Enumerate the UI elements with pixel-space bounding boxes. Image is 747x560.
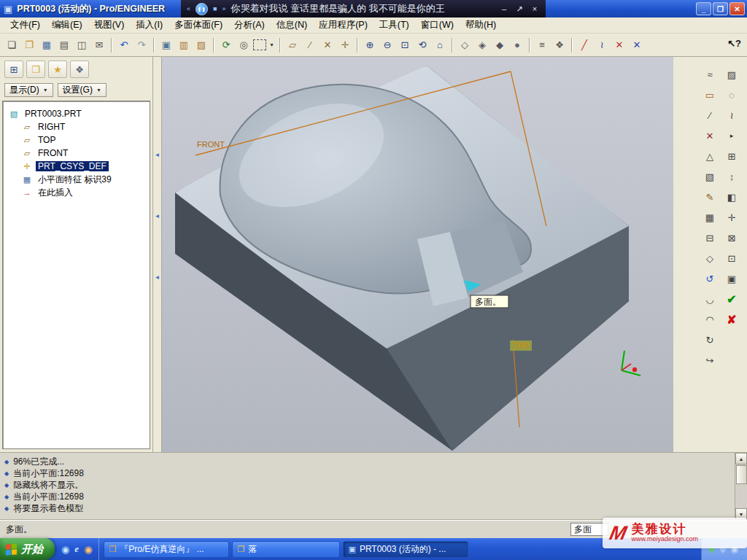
axis-cross-icon[interactable]: ✛	[722, 207, 741, 228]
ie-icon[interactable]: e	[74, 543, 79, 555]
tree-item[interactable]: ✛ PRT_CSYS_DEF	[3, 160, 150, 173]
spline-style-icon[interactable]: ≀	[594, 37, 610, 53]
curve-fit-icon[interactable]: ◡	[700, 289, 719, 309]
model-tree-tab-icon[interactable]: ⊞	[4, 61, 23, 78]
datum-axis-toggle-icon[interactable]: ∕	[302, 37, 318, 53]
arrow-down-icon[interactable]: ▾	[268, 37, 276, 53]
menu-item[interactable]: 视图(V)	[88, 18, 131, 33]
zoom-in-icon[interactable]: ⊕	[362, 37, 378, 53]
graphics-area[interactable]: FRONT TOP 多面。	[162, 57, 673, 452]
curve-rev-icon[interactable]: ◠	[700, 309, 719, 330]
erase-display-icon[interactable]: ◫	[74, 37, 90, 53]
save-file-icon[interactable]: ▦	[39, 37, 55, 53]
rect-region-icon[interactable]: ▭	[700, 85, 719, 105]
player-prev-icon[interactable]: «	[187, 5, 190, 12]
spline-tool-icon[interactable]: ≀	[722, 105, 741, 125]
task-button[interactable]: ❒ 『Pro/E仿真逆向』 ...	[104, 541, 229, 558]
repaint-icon[interactable]: ⟲	[414, 37, 430, 53]
player-close-icon[interactable]: ×	[530, 4, 540, 13]
undo-step-icon[interactable]: ↺	[700, 268, 719, 289]
hidden-line-icon[interactable]: ◈	[474, 37, 490, 53]
message-scrollbar[interactable]: ▲ ▼	[735, 453, 747, 520]
menu-item[interactable]: 帮助(H)	[460, 18, 502, 33]
tree-item[interactable]: ▦ 小平面特征 标识39	[3, 173, 150, 186]
no-hidden-icon[interactable]: ◆	[492, 37, 508, 53]
paste-icon[interactable]: ▥	[176, 37, 192, 53]
menu-item[interactable]: 多面体面(F)	[169, 18, 228, 33]
tree-item[interactable]: → 在此插入	[3, 186, 150, 199]
mail-icon[interactable]: ✉	[91, 37, 107, 53]
task-button[interactable]: ❒ 落	[232, 541, 340, 558]
panel-splitter[interactable]: ◄ ◄ ◄	[153, 57, 162, 452]
subdivide-icon[interactable]: ⊞	[722, 146, 741, 166]
line-tool-icon[interactable]: ∕	[700, 105, 719, 125]
accept-icon[interactable]: ✔	[722, 289, 741, 309]
csys-toggle-icon[interactable]: ✛	[337, 37, 353, 53]
tree-item[interactable]: ▱ FRONT	[3, 147, 150, 160]
loop-region-icon[interactable]: ◌	[722, 85, 741, 105]
player-restore-icon[interactable]: ↗	[514, 4, 525, 14]
erase-style-icon[interactable]: ✕	[611, 37, 627, 53]
collapse-mesh-icon[interactable]: ⊟	[700, 228, 719, 248]
top-datum-label[interactable]: TOP	[513, 341, 529, 350]
menu-item[interactable]: 工具(T)	[374, 18, 415, 33]
hatch-fill-icon[interactable]: ▧	[700, 166, 719, 187]
scroll-up-icon[interactable]: ▲	[735, 453, 747, 464]
half-shade-icon[interactable]: ◧	[722, 187, 741, 207]
menu-item[interactable]: 编辑(E)	[46, 18, 88, 33]
redo-icon[interactable]: ↷	[133, 37, 150, 53]
refit-icon[interactable]: ⊡	[397, 37, 413, 53]
undo-icon[interactable]: ↶	[116, 37, 132, 53]
saved-views-icon[interactable]: ⌂	[432, 37, 448, 53]
menu-item[interactable]: 应用程序(P)	[313, 18, 374, 33]
patch-shade-icon[interactable]: ▨	[722, 64, 741, 85]
select-box-icon[interactable]	[253, 39, 266, 50]
open-file-icon[interactable]: ❐	[21, 37, 37, 53]
point-toggle-icon[interactable]: ✕	[320, 37, 336, 53]
tree-item[interactable]: ▧ PRT0003.PRT	[3, 107, 150, 120]
spin-arrow-icon[interactable]: ↻	[700, 330, 719, 350]
cancel-icon[interactable]: ✘	[722, 309, 741, 330]
player-pause-icon[interactable]: ❚❚	[196, 3, 208, 15]
sketch-edit-icon[interactable]: ✎	[700, 187, 719, 207]
media-player-icon[interactable]: ◉	[84, 544, 92, 555]
menu-item[interactable]: 插入(I)	[130, 18, 169, 33]
offset-icon[interactable]: ↕	[722, 166, 741, 187]
find-icon[interactable]: ◎	[236, 37, 252, 53]
collapse-arrow-icon[interactable]: ◄	[155, 152, 160, 158]
shaded-icon[interactable]: ●	[509, 37, 525, 53]
remove-face-icon[interactable]: ⊠	[722, 228, 741, 248]
datum-plane-toggle-icon[interactable]: ▱	[285, 37, 301, 53]
copy-icon[interactable]: ▣	[158, 37, 174, 53]
scroll-thumb[interactable]	[736, 465, 747, 484]
hatch-style-icon[interactable]: ✕	[629, 37, 645, 53]
front-datum-label[interactable]: FRONT	[197, 140, 225, 149]
maximize-button[interactable]: ❐	[713, 2, 728, 15]
wireframe-icon[interactable]: ◇	[457, 37, 473, 53]
new-file-icon[interactable]: ❏	[4, 37, 20, 53]
delete-vertex-icon[interactable]: ✕	[700, 125, 719, 146]
tree-item[interactable]: ▱ TOP	[3, 133, 150, 147]
3d-model-view[interactable]: FRONT TOP 多面。	[162, 57, 673, 452]
smooth-wire-icon[interactable]: ≈	[700, 64, 719, 85]
view-manager-icon[interactable]: ❖	[551, 37, 568, 53]
mesh-grid-icon[interactable]: ▦	[700, 207, 719, 228]
messenger-icon[interactable]: ◉	[61, 544, 69, 555]
menu-item[interactable]: 文件(F)	[4, 18, 46, 33]
minimize-button[interactable]: _	[696, 2, 711, 15]
settings-dropdown[interactable]: 设置(G) ▼	[58, 83, 107, 97]
task-button[interactable]: ▣ PRT0003 (活动的) - ...	[343, 541, 468, 558]
flyout-arrow-icon[interactable]: ▸	[722, 125, 741, 146]
menu-item[interactable]: 分析(A)	[228, 18, 271, 33]
context-help-icon[interactable]: ↖?	[727, 38, 741, 49]
folder-browser-icon[interactable]: ❒	[26, 61, 45, 78]
close-button[interactable]: ✕	[729, 2, 745, 15]
start-button[interactable]: 开始	[0, 538, 55, 560]
player-minimize-icon[interactable]: –	[499, 4, 509, 13]
print-icon[interactable]: ▤	[56, 37, 72, 53]
collapse-arrow-icon[interactable]: ◄	[155, 213, 160, 219]
zoom-out-icon[interactable]: ⊖	[379, 37, 395, 53]
regenerate-icon[interactable]: ⟳	[218, 37, 234, 53]
history-icon[interactable]: ❖	[70, 61, 89, 78]
layer-icon[interactable]: ≡	[534, 37, 550, 53]
